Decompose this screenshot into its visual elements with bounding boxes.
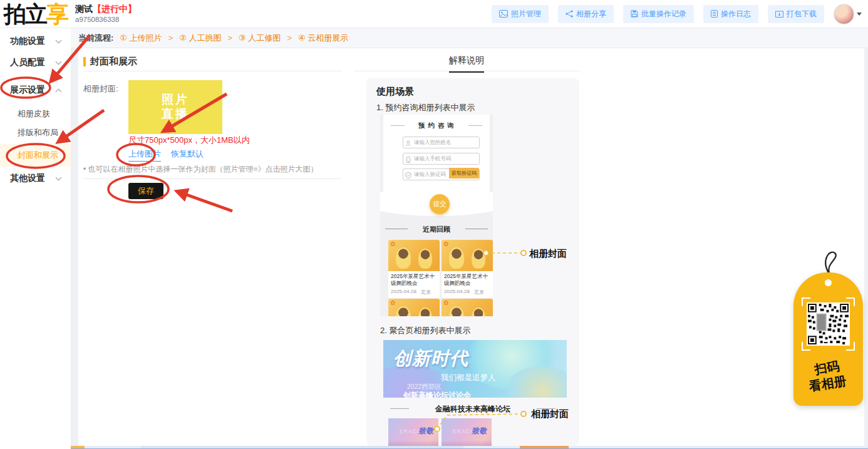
batch-records-button[interactable]: 批量操作记录: [623, 5, 694, 23]
album-city: 北京: [421, 289, 431, 296]
page-title: 封面和展示: [83, 56, 137, 68]
album-cover-thumbnail: ✿: [442, 240, 493, 271]
mock-form-title: 预 约 咨 询: [383, 121, 490, 130]
scene1-caption: 1. 预约咨询相册列表中展示: [376, 102, 475, 113]
photo-manage-label: 照片管理: [511, 9, 541, 19]
album-card: ✿: [442, 299, 493, 316]
divider: [354, 71, 579, 71]
chevron-down-icon: [56, 38, 62, 44]
sidebar-item-album-skin[interactable]: 相册皮肤: [0, 104, 71, 124]
flow-separator: >: [287, 33, 292, 43]
flower-icon: ✿: [443, 240, 448, 247]
flow-step-2[interactable]: ② 人工挑图: [179, 33, 221, 44]
album-meta: 测试【进行中】 a9750836338: [75, 4, 137, 24]
sidebar-group-display-settings[interactable]: 展示设置: [0, 80, 71, 101]
flow-step-4[interactable]: ④ 云相册展示: [298, 33, 348, 44]
app-window: 拍立享 测试【进行中】 a9750836338 照片管理 相册分享 批量操作记录…: [0, 0, 868, 449]
figure-decoration: [418, 249, 432, 269]
album-share-button[interactable]: 相册分享: [558, 5, 614, 23]
flower-icon: ✿: [443, 299, 448, 306]
download-icon: [775, 10, 783, 18]
figure-decoration: [396, 247, 411, 269]
sidebar-item-layout[interactable]: 排版和布局: [0, 123, 71, 143]
scan-qr-tag[interactable]: 扫码 看相册: [793, 249, 864, 408]
flow-step-3[interactable]: ③ 人工修图: [239, 33, 281, 44]
forum-album-card: ERACITY 致敬: [388, 418, 438, 446]
chevron-down-icon: [857, 13, 862, 16]
tag-caption: 扫码 看相册: [792, 355, 865, 397]
album-card-meta: 2025-04-28 北京: [391, 289, 437, 296]
sidebar-item-label: 排版和布局: [18, 127, 58, 138]
tab-explanation[interactable]: 解释说明: [449, 55, 484, 73]
sidebar-item-label: 相册皮肤: [18, 108, 50, 120]
records-icon: [631, 10, 638, 18]
album-card-title: 2025年景星艺术十级舞蹈晚会: [391, 273, 437, 287]
cover-note: • 也可以在相册照片中选择一张作为封面（照片管理=》点击照片大图）: [83, 164, 318, 175]
photo-icon: [499, 10, 508, 18]
qr-code[interactable]: [807, 302, 850, 346]
user-menu[interactable]: [834, 4, 862, 24]
figure-decoration: [472, 307, 485, 316]
album-title: 测试【进行中】: [75, 4, 137, 15]
album-date: 2025-04-28: [444, 289, 470, 296]
avatar[interactable]: [834, 4, 854, 24]
album-card-title: 2025年景星艺术十级舞蹈晚会: [444, 273, 490, 287]
album-cover-thumbnail: ✿: [442, 299, 493, 316]
sidebar-group-other-settings[interactable]: 其他设置: [0, 168, 71, 189]
flow-separator: >: [228, 33, 233, 43]
album-info: 2025年景星艺术十级舞蹈晚会 2025-04-28 北京: [388, 271, 440, 298]
forum-card-title: 致敬: [418, 426, 433, 436]
sidebar-item-cover-display[interactable]: 封面和展示: [0, 144, 71, 167]
sidebar: 功能设置 人员配置 展示设置 相册皮肤 排版和布局 封面和展示 其他设置: [0, 28, 71, 449]
bottom-scroll-strip[interactable]: [0, 446, 868, 449]
flower-icon: ✿: [390, 240, 395, 247]
phone-icon: [405, 154, 411, 165]
explanation-card: 使用场景 1. 预约咨询相册列表中展示 预 约 咨 询: [366, 78, 579, 446]
sidebar-item-label: 封面和展示: [18, 150, 58, 161]
chevron-down-icon: [56, 59, 62, 65]
figure-decoration: [449, 306, 464, 316]
album-card: ✿ 2025年景星艺术十级舞蹈晚会 2025-04-28 北京: [388, 240, 440, 298]
forum-card-title: 致敬: [472, 426, 487, 436]
sidebar-group-label: 展示设置: [10, 85, 45, 96]
flow-label: 当前流程:: [78, 33, 113, 44]
figure-decoration: [449, 247, 464, 269]
mock-form: 预 约 咨 询 获取验证码: [383, 115, 490, 192]
get-code-button: 获取验证码: [449, 168, 479, 178]
figure-decoration: [418, 307, 432, 316]
mountain-decoration: [442, 440, 492, 446]
album-card: ✿: [388, 299, 440, 316]
usage-scenarios-title: 使用场景: [376, 86, 414, 98]
mock-name-field: [403, 135, 480, 147]
shield-icon: [405, 170, 411, 181]
chevron-down-icon: [56, 175, 62, 181]
sidebar-group-staff-settings[interactable]: 人员配置: [0, 52, 71, 73]
photo-manage-button[interactable]: 照片管理: [492, 5, 549, 23]
save-button[interactable]: 保存: [128, 183, 163, 199]
operation-log-button[interactable]: 操作日志: [703, 5, 758, 23]
figure-decoration: [396, 306, 411, 316]
flow-step-1[interactable]: ① 上传照片: [120, 33, 162, 44]
album-card-meta: 2025-04-28 北京: [444, 289, 490, 296]
mock-name-input: [403, 137, 480, 148]
sidebar-group-function-settings[interactable]: 功能设置: [0, 31, 71, 52]
album-info: 2025年景星艺术十级舞蹈晚会 2025-04-28 北京: [442, 271, 493, 298]
album-date: 2025-04-28: [391, 289, 416, 296]
package-download-button[interactable]: 打包下载: [768, 5, 824, 23]
sidebar-group-label: 人员配置: [10, 57, 45, 68]
scene2-caption: 2. 聚合页相册列表中展示: [380, 325, 470, 336]
cover-size-hint: 尺寸750px*500px，大小1MB以内: [128, 135, 250, 146]
album-cover-preview[interactable]: 照片 直播: [128, 80, 222, 134]
log-icon: [711, 10, 718, 18]
banner-title: 创新时代: [393, 346, 468, 371]
package-download-label: 打包下载: [787, 9, 817, 19]
tag-body: 扫码 看相册: [793, 272, 863, 406]
title-accent-bar: [83, 57, 86, 66]
header-actions: 照片管理 相册分享 批量操作记录 操作日志 打包下载: [492, 4, 862, 24]
mock-phone-input: [403, 153, 480, 165]
upload-image-link[interactable]: 上传图片: [128, 148, 161, 162]
banner-subtitle: 我们都是追梦人: [441, 373, 496, 383]
mountain-decoration: [388, 440, 438, 446]
banner-line2: 创新高峰论坛讨论会: [403, 390, 471, 398]
restore-default-link[interactable]: 恢复默认: [171, 148, 204, 162]
